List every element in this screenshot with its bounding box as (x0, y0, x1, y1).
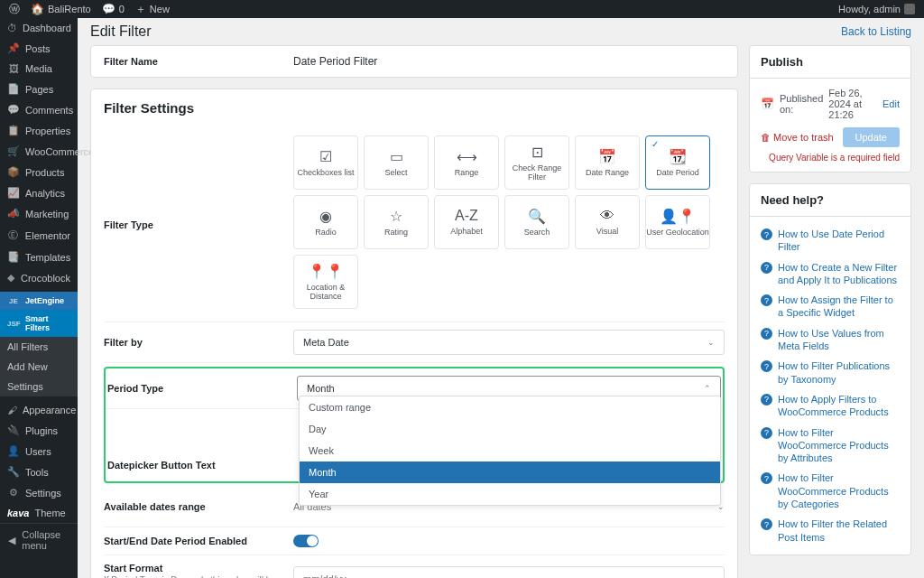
menu-icon: Ⓔ (7, 228, 20, 242)
filter-type-rating[interactable]: ☆Rating (364, 195, 429, 249)
type-icon: 👁 (600, 208, 614, 224)
move-to-trash[interactable]: 🗑Move to trash (761, 132, 834, 143)
admin-bar: ⓦ 🏠BaliRento 💬0 ＋New Howdy, admin (0, 0, 924, 18)
period-option-week[interactable]: Week (300, 440, 720, 461)
sidebar-item-comments[interactable]: 💬Comments (0, 99, 78, 120)
required-note: Query Variable is a required field (761, 153, 900, 163)
filter-type-location-distance[interactable]: 📍📍Location & Distance (293, 255, 358, 309)
type-label: Check Range Filter (505, 164, 568, 182)
submenu-all-filters[interactable]: All Filters (0, 337, 78, 357)
menu-label: Analytics (25, 188, 65, 199)
filter-by-select[interactable]: Meta Date ⌄ (293, 330, 725, 355)
menu-icon: 📈 (7, 187, 20, 199)
filter-type-user-geolocation[interactable]: 👤📍User Geolocation (645, 195, 710, 249)
sidebar-item-users[interactable]: 👤Users (0, 441, 78, 461)
theme-label: Theme (34, 508, 65, 518)
site-name: BaliRento (48, 4, 91, 14)
type-icon: 👤📍 (660, 208, 696, 225)
published-row: 📅 Published on: Feb 26, 2024 at 21:26 Ed… (761, 88, 900, 120)
site-link[interactable]: 🏠BaliRento (31, 3, 91, 15)
period-option-month[interactable]: Month (300, 461, 720, 483)
type-icon: 🔍 (528, 208, 546, 225)
menu-label: Properties (25, 126, 70, 136)
type-icon: A-Z (455, 208, 478, 224)
filter-type-date-period[interactable]: ✓📆Date Period (645, 135, 710, 190)
sidebar-item-jetengine[interactable]: JEJetEngine (0, 292, 78, 310)
filter-name-input[interactable] (293, 55, 725, 68)
help-link[interactable]: How to Create a New Filter and Apply It … (778, 261, 900, 287)
filter-type-row: Filter Type ☑Checkboxes list▭Select⟷Rang… (104, 128, 725, 322)
sidebar-item-posts[interactable]: 📌Posts (0, 38, 78, 59)
filter-name-label: Filter Name (104, 56, 293, 67)
sidebar-item-smart-filters[interactable]: JSFSmart Filters (0, 310, 78, 337)
publish-title: Publish (750, 46, 910, 79)
help-link[interactable]: How to Filter WooCommerce Products by Ca… (778, 471, 900, 510)
period-option-day[interactable]: Day (300, 418, 720, 440)
back-link[interactable]: Back to Listing (841, 25, 911, 38)
filter-type-date-range[interactable]: 📅Date Range (575, 135, 640, 190)
menu-label: Smart Filters (25, 314, 70, 332)
theme-row[interactable]: kava Theme (0, 503, 78, 523)
help-link[interactable]: How to Use Date Period Filter (778, 228, 900, 254)
settings-title: Filter Settings (104, 100, 725, 116)
period-option-year[interactable]: Year (300, 483, 720, 505)
help-link[interactable]: How to Filter Publications by Taxonomy (778, 359, 900, 386)
wp-logo[interactable]: ⓦ (9, 2, 20, 17)
sidebar-item-templates[interactable]: 📑Templates (0, 247, 78, 267)
menu-icon: ⚙ (7, 487, 20, 499)
menu-icon: 👤 (7, 445, 20, 457)
update-button[interactable]: Update (843, 127, 900, 147)
published-date: Feb 26, 2024 at 21:26 (828, 88, 877, 120)
sidebar-item-plugins[interactable]: 🔌Plugins (0, 420, 78, 441)
menu-label: Marketing (25, 209, 69, 219)
sidebar-item-tools[interactable]: 🔧Tools (0, 461, 78, 482)
menu-icon: 📑 (7, 251, 20, 263)
filter-type-checkboxes-list[interactable]: ☑Checkboxes list (293, 135, 358, 190)
sidebar-item-products[interactable]: 📦Products (0, 162, 78, 182)
menu-icon: 📋 (7, 125, 20, 136)
sidebar-item-woocommerce[interactable]: 🛒WooCommerce (0, 141, 78, 162)
sidebar-item-analytics[interactable]: 📈Analytics (0, 182, 78, 203)
filter-type-select[interactable]: ▭Select (364, 135, 429, 190)
start-format-input[interactable] (293, 566, 725, 578)
sidebar-item-media[interactable]: 🖼Media (0, 59, 78, 79)
menu-icon: 🔌 (7, 424, 20, 436)
help-link[interactable]: How to Apply Filters to WooCommerce Prod… (778, 393, 900, 419)
sidebar-item-crocoblock[interactable]: ◆Crocoblock (0, 267, 78, 288)
submenu-settings[interactable]: Settings (0, 377, 78, 396)
type-icon: ⊡ (531, 144, 543, 161)
start-end-toggle[interactable] (293, 535, 319, 547)
comments-link[interactable]: 💬0 (102, 3, 125, 15)
sidebar-item-appearance[interactable]: 🖌Appearance (0, 400, 78, 420)
howdy-link[interactable]: Howdy, admin (838, 4, 915, 14)
menu-label: Users (25, 446, 51, 457)
sidebar-item-pages[interactable]: 📄Pages (0, 79, 78, 99)
period-type-value: Month (307, 383, 335, 394)
help-link[interactable]: How to Filter WooCommerce Products by At… (778, 426, 900, 465)
help-icon: ? (761, 394, 772, 406)
filter-type-search[interactable]: 🔍Search (504, 195, 569, 249)
filter-type-alphabet[interactable]: A-ZAlphabet (434, 195, 499, 249)
sidebar-item-dashboard[interactable]: ⏱Dashboard (0, 18, 78, 38)
help-link[interactable]: How to Assign the Filter to a Specific W… (778, 294, 900, 320)
submenu-add-new[interactable]: Add New (0, 357, 78, 377)
filter-type-check-range-filter[interactable]: ⊡Check Range Filter (504, 135, 569, 190)
help-link[interactable]: How to Use Values from Meta Fields (778, 327, 900, 353)
filter-type-range[interactable]: ⟷Range (434, 135, 499, 190)
sidebar-item-elementor[interactable]: ⒺElementor (0, 224, 78, 247)
collapse-menu[interactable]: ◀ Collapse menu (0, 523, 78, 556)
new-link[interactable]: ＋New (135, 2, 170, 17)
sidebar-item-marketing[interactable]: 📣Marketing (0, 203, 78, 224)
edit-date-link[interactable]: Edit (882, 98, 900, 109)
filter-type-visual[interactable]: 👁Visual (575, 195, 640, 249)
type-label: Search (524, 228, 550, 238)
period-option-custom-range[interactable]: Custom range (300, 396, 720, 418)
page-header: Edit Filter Back to Listing (78, 18, 924, 45)
help-link[interactable]: How to Filter the Related Post Items (778, 517, 900, 544)
help-item: ?How to Filter WooCommerce Products by A… (761, 423, 900, 469)
filter-type-radio[interactable]: ◉Radio (293, 195, 358, 249)
sidebar-item-settings[interactable]: ⚙Settings (0, 482, 78, 503)
menu-icon: JSF (7, 320, 20, 328)
sidebar-item-properties[interactable]: 📋Properties (0, 120, 78, 141)
help-item: ?How to Use Date Period Filter (761, 224, 900, 257)
